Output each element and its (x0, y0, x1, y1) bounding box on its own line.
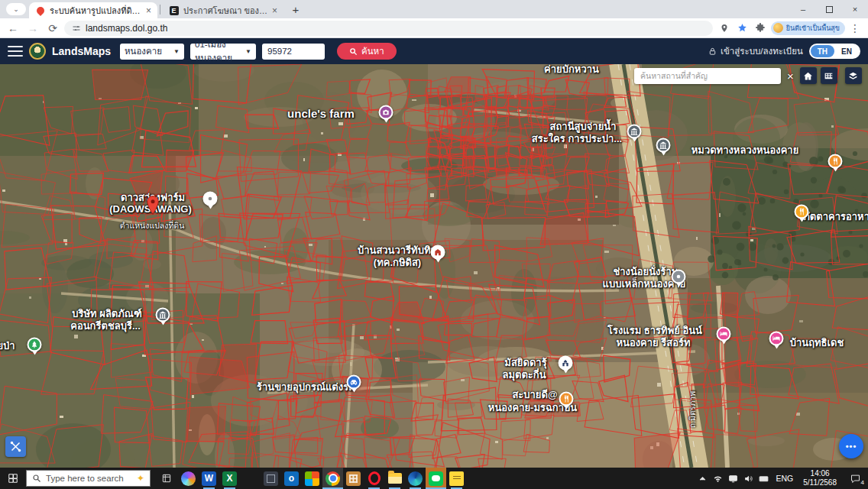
search-button[interactable]: ค้นหา (337, 43, 397, 60)
home-button[interactable] (800, 67, 817, 84)
map-search-bar: × (634, 67, 862, 84)
task-view-button[interactable] (155, 468, 178, 489)
parcel-number-input[interactable] (262, 44, 325, 60)
parcel-location-marker (145, 195, 160, 219)
tab-search-button[interactable]: ⌄ (6, 3, 26, 15)
extension-icon[interactable] (753, 20, 769, 37)
explorer-icon[interactable] (384, 468, 405, 489)
new-tab-button[interactable]: + (288, 2, 303, 17)
line-icon[interactable] (426, 468, 446, 489)
park-pin[interactable] (28, 338, 42, 352)
restaurant-pin[interactable] (795, 205, 809, 219)
outlook-icon[interactable]: o (281, 468, 302, 489)
bank-pin[interactable] (656, 138, 671, 153)
browser-tab-ad[interactable]: E ประกาศโฆษณา ของ เพอินแฟง จำกั × (163, 2, 283, 18)
district-select[interactable]: 01-เมืองหนองคาย▼ (190, 44, 256, 60)
forward-button[interactable]: → (24, 20, 41, 37)
restaurant-pin[interactable] (828, 154, 843, 169)
notification-badge: 4 (861, 479, 864, 486)
map-tools-button[interactable] (5, 436, 26, 457)
browser-toolbar: ← → ⟳ landsmaps.dol.go.th ยินดีเข้าเป็นพ… (0, 18, 868, 38)
landsmaps-header: LandsMaps หนองคาย▼ 01-เมืองหนองคาย▼ ค้นห… (0, 38, 868, 64)
notification-icon (850, 473, 861, 484)
excel-icon[interactable]: X (219, 468, 240, 489)
bookmark-star-icon[interactable] (734, 20, 751, 37)
clock-date: 5/11/2568 (803, 478, 837, 487)
layers-button[interactable] (845, 67, 862, 84)
address-bar[interactable]: landsmaps.dol.go.th (64, 21, 713, 36)
mosque-pin[interactable] (559, 356, 573, 371)
store-icon[interactable] (343, 468, 364, 489)
notes-icon[interactable] (446, 468, 467, 489)
edge-icon[interactable] (405, 468, 426, 489)
map-label: uncle's farm (287, 107, 355, 120)
home-pin[interactable] (431, 245, 445, 260)
location-icon[interactable] (716, 20, 733, 37)
map-label: (ทค.กษิดิส) (374, 254, 421, 270)
tab-title: ประกาศโฆษณา ของ เพอินแฟง จำกั (183, 4, 267, 18)
maximize-button[interactable] (816, 0, 842, 18)
brand-name: LandsMaps (52, 45, 111, 57)
word-icon[interactable]: W (199, 468, 219, 489)
lang-th-button[interactable]: TH (811, 45, 834, 57)
search-icon (32, 474, 41, 483)
tray-chevron-icon[interactable] (695, 468, 710, 489)
back-button[interactable]: ← (5, 20, 21, 37)
start-button[interactable] (0, 468, 26, 489)
taskbar-clock[interactable]: 14:06 5/11/2568 (798, 469, 842, 487)
display-icon[interactable] (725, 468, 740, 489)
province-select[interactable]: หนองคาย▼ (120, 44, 184, 60)
speaker-icon[interactable] (740, 468, 756, 489)
map-pin-favicon (35, 5, 45, 15)
place-pin[interactable] (672, 270, 686, 284)
windows-taskbar: Type here to search ✦ WXo ENG (0, 468, 868, 489)
map-canvas[interactable]: ค่ายบักหวานuncle's farmสถานีสูบจ่ายน้ำสร… (0, 64, 868, 468)
taskbar-search-box[interactable]: Type here to search ✦ (26, 470, 151, 487)
site-settings-icon[interactable] (72, 24, 81, 33)
taskbar-apps: WXo (178, 468, 467, 489)
darkapp-icon[interactable] (261, 468, 281, 489)
place-pin[interactable] (203, 192, 218, 206)
lang-en-button[interactable]: EN (834, 45, 859, 57)
chrome-icon[interactable] (322, 468, 343, 489)
login-link[interactable]: เข้าสู่ระบบ/ลงทะเบียน (708, 44, 803, 58)
map-overlays: ค่ายบักหวานuncle's farmสถานีสูบจ่ายน้ำสร… (0, 64, 868, 468)
copilot-icon[interactable] (178, 468, 199, 489)
hotel-pin[interactable] (717, 327, 731, 342)
car-shop-pin[interactable] (347, 375, 361, 390)
layers-icon (848, 71, 858, 81)
hotel-pin[interactable] (769, 332, 784, 346)
avatar (773, 23, 783, 33)
dol-logo (29, 43, 46, 60)
bank-pin[interactable] (156, 308, 170, 322)
minimize-button[interactable]: – (790, 0, 816, 18)
restaurant-pin[interactable] (559, 392, 574, 406)
opera-icon[interactable] (364, 468, 384, 489)
tab-close-icon[interactable]: × (146, 6, 151, 15)
camera-pin[interactable] (379, 105, 394, 120)
paint3d-icon[interactable] (240, 468, 261, 489)
bank-pin[interactable] (627, 125, 642, 139)
close-button[interactable]: × (842, 0, 868, 18)
browser-tab-landsmaps[interactable]: ระบบค้นหารูปแปลงที่ดิน (LandsMa × (29, 2, 157, 18)
map-label: ลมุตตะกี่น (502, 367, 546, 383)
wifi-icon[interactable] (710, 468, 725, 489)
profile-chip[interactable]: ยินดีเข้าเป็นพื้นสุข (771, 21, 845, 35)
close-icon[interactable]: × (787, 70, 794, 83)
browser-menu-icon[interactable]: ⋮ (847, 20, 863, 37)
language-indicator[interactable]: ENG (771, 474, 798, 483)
chat-button[interactable]: ••• (839, 434, 863, 458)
menu-icon[interactable] (8, 46, 23, 57)
map-label: ยป่า (0, 338, 15, 354)
reload-button[interactable]: ⟳ (44, 20, 61, 37)
home-icon (803, 71, 813, 81)
tab-title: ระบบค้นหารูปแปลงที่ดิน (LandsMa (50, 4, 141, 18)
keyboard-icon[interactable] (756, 468, 771, 489)
profile-chip-label: ยินดีเข้าเป็นพื้นสุข (786, 23, 840, 34)
map-search-input[interactable] (634, 68, 781, 84)
photos-icon[interactable] (302, 468, 322, 489)
grid-button[interactable] (821, 67, 837, 84)
map-label: ถ.มิตรภาพ (686, 391, 699, 428)
action-center-button[interactable]: 4 (842, 468, 868, 489)
tab-close-icon[interactable]: × (272, 6, 277, 15)
